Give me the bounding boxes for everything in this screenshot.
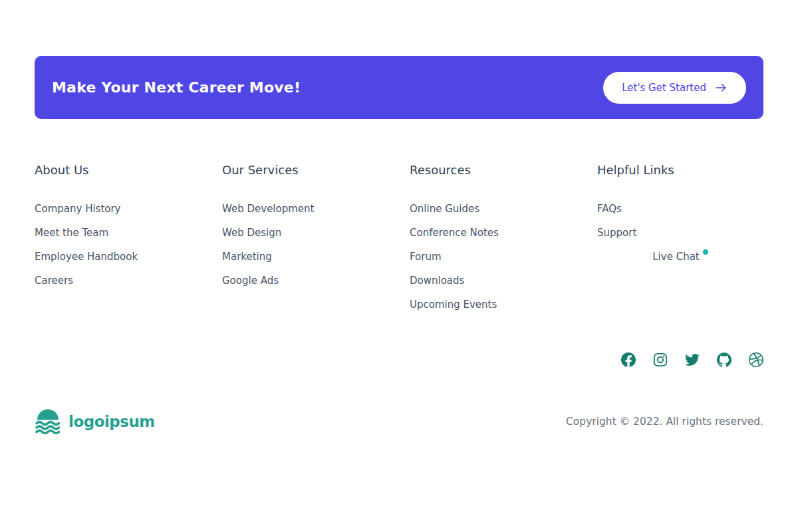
link-careers[interactable]: Careers (35, 275, 73, 287)
facebook-link[interactable] (621, 352, 636, 367)
cta-title: Make Your Next Career Move! (52, 79, 301, 96)
footer-column-resources: Resources Online Guides Conference Notes… (410, 163, 597, 323)
logo-text: logoipsum (68, 413, 155, 430)
column-heading-our-services: Our Services (222, 163, 410, 178)
column-heading-helpful-links: Helpful Links (597, 163, 763, 178)
instagram-link[interactable] (653, 352, 668, 367)
link-meet-the-team[interactable]: Meet the Team (35, 227, 108, 239)
dribbble-icon (749, 352, 763, 367)
column-heading-about-us: About Us (35, 163, 222, 178)
link-marketing[interactable]: Marketing (222, 251, 272, 263)
footer-page: Make Your Next Career Move! Let's Get St… (0, 0, 798, 532)
footer-bottom-bar: logoipsum Copyright © 2022. All rights r… (35, 406, 763, 438)
copyright-text: Copyright © 2022. All rights reserved. (566, 416, 763, 428)
facebook-icon (621, 352, 636, 367)
logo[interactable]: logoipsum (35, 409, 155, 434)
github-link[interactable] (717, 352, 732, 367)
link-conference-notes[interactable]: Conference Notes (410, 227, 499, 239)
footer-column-about-us: About Us Company History Meet the Team E… (35, 163, 222, 323)
link-online-guides[interactable]: Online Guides (410, 203, 479, 215)
github-icon (717, 352, 732, 367)
dribbble-link[interactable] (749, 352, 763, 367)
link-upcoming-events[interactable]: Upcoming Events (410, 299, 497, 311)
social-links (621, 352, 763, 367)
get-started-button[interactable]: Let's Get Started (603, 72, 746, 104)
link-company-history[interactable]: Company History (35, 203, 121, 215)
link-downloads[interactable]: Downloads (410, 275, 464, 287)
twitter-icon (685, 352, 700, 367)
footer-column-helpful-links: Helpful Links FAQs Support Live Chat (597, 163, 763, 323)
footer-column-our-services: Our Services Web Development Web Design … (222, 163, 410, 323)
link-faqs[interactable]: FAQs (597, 203, 622, 215)
get-started-label: Let's Get Started (622, 82, 706, 94)
instagram-icon (653, 352, 668, 367)
link-forum[interactable]: Forum (410, 251, 442, 263)
cta-banner: Make Your Next Career Move! Let's Get St… (35, 56, 763, 119)
footer-link-columns: About Us Company History Meet the Team E… (35, 163, 763, 323)
arrow-right-icon (714, 81, 728, 94)
link-live-chat[interactable]: Live Chat (652, 251, 699, 262)
column-heading-resources: Resources (410, 163, 597, 178)
link-support[interactable]: Support (597, 227, 636, 239)
logo-icon (35, 409, 61, 434)
live-chat-online-indicator-dot (703, 249, 708, 255)
twitter-link[interactable] (685, 352, 700, 367)
link-google-ads[interactable]: Google Ads (222, 275, 279, 287)
link-web-design[interactable]: Web Design (222, 227, 281, 239)
link-web-development[interactable]: Web Development (222, 203, 314, 215)
link-employee-handbook[interactable]: Employee Handbook (35, 251, 138, 263)
